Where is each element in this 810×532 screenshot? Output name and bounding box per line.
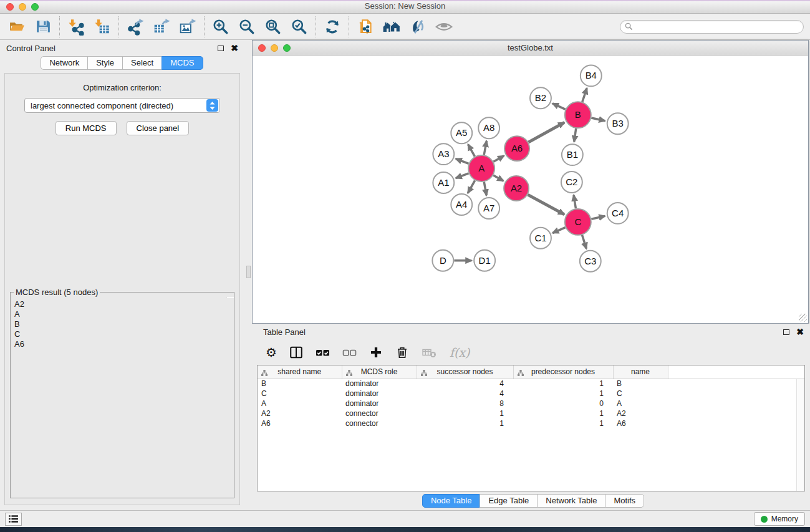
delete-column-button[interactable] [395, 345, 410, 360]
graph-edge-C-C1[interactable] [552, 228, 565, 233]
show-graphics-details-button[interactable] [433, 16, 455, 37]
cell-MCDS-role[interactable]: dominator [342, 389, 417, 399]
export-network-button[interactable] [125, 16, 146, 37]
zoom-in-button[interactable] [210, 16, 231, 37]
graph-edge-A-A7[interactable] [484, 182, 486, 196]
function-builder-button[interactable]: f(x) [450, 346, 470, 359]
cell-predecessor-nodes[interactable]: 1 [513, 389, 613, 399]
cell-predecessor-nodes[interactable]: 1 [513, 418, 613, 428]
create-column-button[interactable] [369, 346, 383, 359]
tab-motifs[interactable]: Motifs [605, 494, 644, 508]
table-settings-button[interactable]: ⚙ [266, 346, 277, 359]
cell-name[interactable]: A [613, 399, 668, 409]
close-panel-icon[interactable]: ✖ [231, 45, 238, 51]
graph-edge-B-B1[interactable] [574, 128, 576, 142]
tab-network-table[interactable]: Network Table [537, 494, 605, 508]
task-history-button[interactable] [5, 513, 22, 526]
zoom-network-button[interactable] [283, 44, 291, 52]
cell-MCDS-role[interactable]: dominator [342, 379, 417, 389]
cell-successor-nodes[interactable]: 1 [417, 409, 513, 418]
close-panel-icon[interactable]: ✖ [796, 329, 804, 335]
import-network-button[interactable] [65, 16, 87, 37]
tab-edge-table[interactable]: Edge Table [480, 494, 538, 508]
export-image-button[interactable] [177, 16, 198, 37]
result-item[interactable]: B [12, 319, 233, 329]
cell-shared-name[interactable]: A [258, 399, 342, 409]
new-network-from-selection-button[interactable] [355, 16, 376, 37]
column-header-MCDS-role[interactable]: MCDS role [342, 365, 417, 379]
graph-edge-C-C4[interactable] [591, 216, 605, 219]
panel-splitter[interactable] [244, 40, 252, 510]
close-panel-button[interactable]: Close panel [127, 121, 190, 135]
tab-mcds[interactable]: MCDS [162, 56, 203, 70]
float-panel-icon[interactable] [783, 329, 789, 335]
table-row[interactable]: A6connector11A6 [258, 418, 804, 428]
cell-shared-name[interactable]: A6 [258, 418, 342, 428]
run-mcds-button[interactable]: Run MCDS [55, 121, 117, 135]
select-all-button[interactable] [316, 345, 330, 360]
apply-layout-button[interactable] [322, 16, 343, 37]
minimize-network-button[interactable] [271, 44, 278, 52]
graph-edge-A-A6[interactable] [493, 156, 504, 162]
hide-labels-button[interactable] [407, 16, 428, 37]
float-panel-icon[interactable] [218, 46, 224, 51]
cell-MCDS-role[interactable]: dominator [342, 399, 417, 409]
result-list-scrollbar[interactable] [226, 297, 234, 298]
cell-name[interactable]: A2 [613, 409, 668, 418]
result-item[interactable]: A [12, 309, 233, 319]
graph-edge-A-A4[interactable] [468, 180, 475, 193]
deselect-all-button[interactable] [342, 345, 357, 360]
criterion-dropdown[interactable]: largest connected component (directed) [24, 98, 220, 113]
tab-style[interactable]: Style [87, 56, 123, 70]
tab-network[interactable]: Network [41, 56, 88, 70]
change-table-mode-button[interactable] [289, 345, 304, 360]
tab-node-table[interactable]: Node Table [422, 494, 481, 508]
cell-predecessor-nodes[interactable]: 1 [513, 409, 613, 418]
column-header-successor-nodes[interactable]: successor nodes [417, 365, 513, 379]
result-item[interactable]: C [12, 329, 233, 339]
cell-successor-nodes[interactable]: 1 [417, 418, 513, 428]
graph-edge-C-C2[interactable] [574, 195, 576, 209]
graph-edge-B-B3[interactable] [591, 118, 605, 121]
window-resize-grip[interactable] [799, 314, 807, 322]
cell-successor-nodes[interactable]: 4 [417, 389, 513, 399]
open-file-button[interactable] [6, 16, 27, 37]
first-neighbors-button[interactable] [381, 16, 402, 37]
graph-edge-A2-C[interactable] [528, 195, 564, 215]
cell-shared-name[interactable]: B [258, 379, 342, 389]
cell-MCDS-role[interactable]: connector [342, 418, 417, 428]
network-canvas[interactable]: B4B2BB3A8A5A6A3B1AA1C2A2A4A7C4CC1C3DD1 [253, 56, 808, 323]
table-row[interactable]: Bdominator41B [258, 379, 804, 389]
search-input[interactable] [635, 22, 799, 32]
graph-edge-A-A5[interactable] [468, 144, 475, 156]
cell-successor-nodes[interactable]: 4 [417, 379, 513, 389]
close-window-button[interactable] [6, 3, 14, 11]
minimize-window-button[interactable] [19, 3, 26, 11]
tab-select[interactable]: Select [122, 56, 162, 70]
graph-edge-C-C3[interactable] [582, 235, 587, 249]
column-header-shared-name[interactable]: shared name [258, 365, 342, 379]
export-table-button[interactable] [151, 16, 172, 37]
graph-edge-B-B2[interactable] [552, 104, 566, 109]
table-row[interactable]: Adominator80A [258, 399, 804, 409]
save-session-button[interactable] [32, 16, 54, 37]
cell-shared-name[interactable]: A2 [258, 409, 342, 418]
cell-successor-nodes[interactable]: 8 [417, 399, 513, 409]
import-table-button[interactable] [92, 16, 113, 37]
graph-edge-A-A1[interactable] [456, 173, 469, 178]
graph-edge-A-A3[interactable] [456, 159, 469, 164]
result-item[interactable]: A2 [12, 299, 233, 309]
graph-edge-A-A8[interactable] [484, 141, 486, 155]
column-header-name[interactable]: name [613, 365, 668, 379]
delete-table-button[interactable] [422, 345, 438, 360]
cell-name[interactable]: A6 [613, 418, 668, 428]
graph-edge-A6-B[interactable] [528, 122, 564, 142]
zoom-selected-button[interactable] [289, 16, 310, 37]
column-header-predecessor-nodes[interactable]: predecessor nodes [513, 365, 613, 379]
memory-button[interactable]: Memory [754, 512, 805, 526]
table-scrollbar[interactable] [796, 379, 804, 491]
close-network-button[interactable] [258, 44, 266, 52]
zoom-fit-button[interactable] [263, 16, 284, 37]
graph-edge-A-A2[interactable] [493, 175, 503, 181]
cell-predecessor-nodes[interactable]: 0 [513, 399, 613, 409]
